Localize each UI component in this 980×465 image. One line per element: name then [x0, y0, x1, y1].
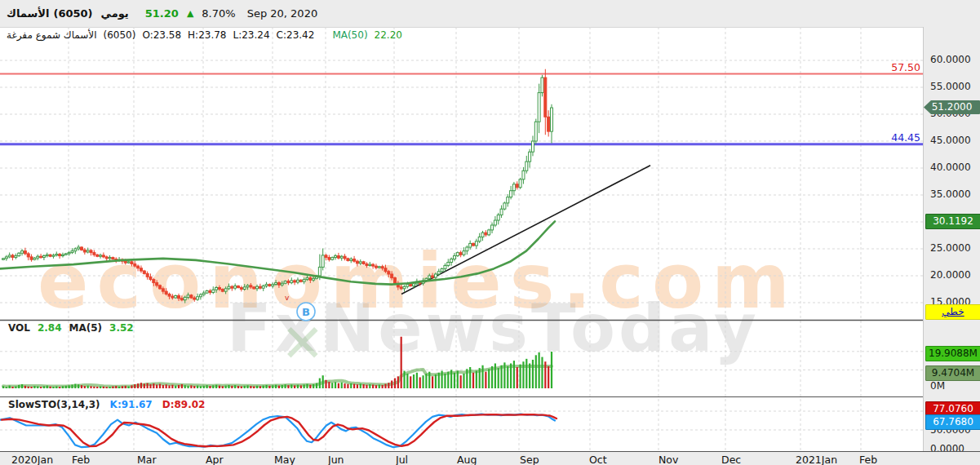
time-axis[interactable]: 2020JanFebMarAprMayJunJulAugSepOctNovDec…: [0, 451, 980, 465]
volume-ma-label: MA(5): [69, 322, 103, 334]
ma50-value: 22.20: [375, 29, 402, 41]
series-code: (6050): [104, 29, 136, 41]
stochastic-info-bar: SlowSTO(3,14,3) K:91.67 D:89.02: [8, 399, 205, 410]
month-tick-label: Dec: [721, 454, 741, 465]
series-name: الأسماك شموع مفرغة: [7, 29, 97, 41]
price-axis[interactable]: 60.000055.000050.000045.000040.000035.00…: [923, 27, 980, 451]
month-tick-label: Jun: [328, 454, 344, 465]
month-tick-label: 2021Jan: [796, 454, 837, 465]
price-tick-label: 60.0000: [930, 54, 971, 65]
ohlc-info-bar: الأسماك شموع مفرغة (6050) O:23.58 H:23.7…: [7, 29, 402, 41]
svg-text:v: v: [285, 294, 290, 302]
price-tick-label: 45.0000: [930, 135, 971, 146]
volume-ma-badge: 9.4704M: [925, 365, 980, 381]
stochastic-k-value: K:91.67: [110, 399, 153, 410]
month-tick-label: Nov: [659, 454, 678, 465]
month-tick-label: Aug: [457, 454, 477, 465]
month-tick-label: 2020Jan: [11, 454, 53, 465]
volume-info-bar: VOL 2.84 MA(5) 3.52: [8, 322, 134, 334]
month-tick-label: Jul: [396, 454, 408, 465]
stochastic-d-value: D:89.02: [162, 399, 206, 410]
ma50-value-badge: 30.1192: [925, 214, 980, 229]
high-value: H:23.78: [188, 29, 226, 41]
scale-mode-badge[interactable]: خطي: [925, 304, 980, 320]
month-tick-label: Mar: [137, 454, 157, 465]
price-tick-label: 20.0000: [930, 269, 971, 281]
volume-label: VOL: [8, 322, 30, 334]
close-value: C:23.42: [277, 29, 315, 41]
volume-zero-tick-label: 0M: [930, 380, 945, 392]
stochastic-label: SlowSTO(3,14,3): [8, 399, 100, 410]
month-tick-label: Apr: [206, 454, 224, 465]
month-tick-label: Feb: [72, 454, 90, 465]
stochastic-k-badge: 67.7680: [925, 414, 980, 430]
price-tick-label: 35.0000: [930, 188, 971, 200]
volume-ma-value: 3.52: [109, 322, 134, 334]
volume-value: 2.84: [38, 322, 62, 334]
month-tick-label: Oct: [589, 454, 607, 465]
price-tick-label: 25.0000: [930, 242, 971, 254]
open-value: O:23.58: [142, 29, 181, 41]
volume-current-badge: 19.9088M: [925, 346, 980, 361]
price-tick-label: 55.0000: [930, 81, 971, 92]
month-tick-label: May: [274, 454, 295, 465]
last-price-badge: 51.2000: [924, 100, 980, 114]
svg-text:B: B: [302, 306, 310, 318]
month-tick-label: Sep: [520, 454, 539, 465]
trading-chart-window: الأسماك (6050) يومي 51.20 ▲ 8.70% Sep 20…: [0, 0, 980, 465]
month-tick-label: Feb: [859, 454, 877, 465]
support-level-label[interactable]: 44.45: [823, 131, 920, 144]
resistance-level-label[interactable]: 57.50: [823, 61, 920, 73]
low-value: L:23.24: [233, 29, 270, 41]
ma50-label: MA(50): [332, 29, 367, 41]
price-tick-label: 40.0000: [930, 162, 971, 173]
